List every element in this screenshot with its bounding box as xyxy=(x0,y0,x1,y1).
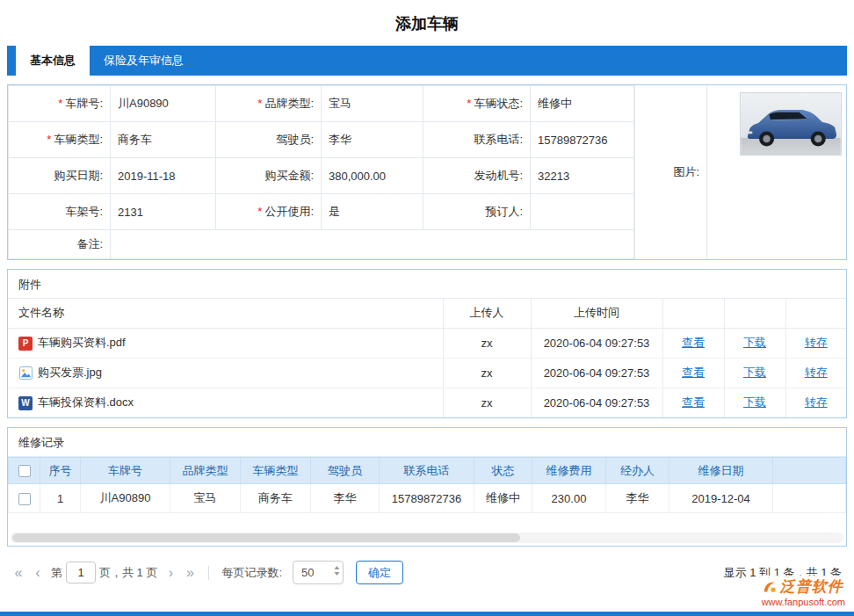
brand-cell: 宝马 xyxy=(170,484,241,513)
maintenance-row: 1 川A90890 宝马 商务车 李华 15789872736 维修中 230.… xyxy=(9,484,846,513)
remark-field[interactable] xyxy=(111,230,634,259)
add-vehicle-page: 添加车辆 基本信息 保险及年审信息 *车牌号: 川A90890 *品牌类型: 宝… xyxy=(0,0,854,584)
col-header-upload-time: 上传时间 xyxy=(531,299,662,328)
page-number-input[interactable] xyxy=(66,562,96,583)
uploader-cell: zx xyxy=(443,358,531,388)
tab-basic-info[interactable]: 基本信息 xyxy=(16,46,90,76)
col-header-status: 状态 xyxy=(474,458,532,484)
col-header-seq: 序号 xyxy=(40,458,81,484)
frame-number-field[interactable]: 2131 xyxy=(111,194,216,230)
col-header-action-1 xyxy=(662,299,724,328)
download-link[interactable]: 下载 xyxy=(743,336,766,349)
file-name: 购买发票.jpg xyxy=(38,366,102,379)
plate-number-label: *车牌号: xyxy=(9,86,111,122)
view-link[interactable]: 查看 xyxy=(682,336,705,349)
tab-bar: 基本信息 保险及年审信息 xyxy=(7,46,847,76)
engine-number-field[interactable]: 32213 xyxy=(531,158,634,194)
tab-insurance-annual-info[interactable]: 保险及年审信息 xyxy=(90,46,198,76)
brand-type-label-text: 品牌类型: xyxy=(264,97,314,110)
vehicle-type-label-text: 车辆类型: xyxy=(54,133,103,146)
transfer-link[interactable]: 转存 xyxy=(805,395,828,409)
remark-label-text: 备注: xyxy=(76,237,103,250)
watermark-url: www.fanpusoft.com xyxy=(762,597,845,607)
public-use-field[interactable]: 是 xyxy=(322,194,423,230)
view-link[interactable]: 查看 xyxy=(682,395,705,409)
purchase-date-label-text: 购买日期: xyxy=(54,169,103,182)
first-page-icon[interactable]: « xyxy=(9,565,28,581)
col-header-driver: 驾驶员 xyxy=(311,458,380,484)
prev-page-icon[interactable]: ‹ xyxy=(28,565,47,581)
col-header-vehicle-type: 车辆类型 xyxy=(241,458,311,484)
required-marker: * xyxy=(257,97,262,110)
stepper-up-icon[interactable]: ▲ xyxy=(333,564,342,570)
basic-info-section: *车牌号: 川A90890 *品牌类型: 宝马 *车辆状态: 维修中 *车辆类型… xyxy=(7,84,847,260)
driver-cell: 李华 xyxy=(311,484,380,513)
brand-type-field[interactable]: 宝马 xyxy=(322,86,423,122)
scrollbar-thumb[interactable] xyxy=(12,533,520,542)
word-file-icon: W xyxy=(18,396,33,410)
last-page-icon[interactable]: » xyxy=(180,565,199,581)
contact-phone-label-text: 联系电话: xyxy=(474,133,523,146)
attachments-table: 文件名称 上传人 上传时间 P车辆购买资料.pdf zx 2020-06-04 … xyxy=(8,299,846,417)
vehicle-type-cell: 商务车 xyxy=(241,484,311,513)
status-cell: 维修中 xyxy=(474,484,532,513)
vehicle-status-label-text: 车辆状态: xyxy=(474,97,523,110)
next-page-icon[interactable]: › xyxy=(161,565,180,581)
uploader-cell: zx xyxy=(443,388,531,417)
download-link[interactable]: 下载 xyxy=(743,395,766,409)
row-checkbox[interactable] xyxy=(18,493,31,505)
upload-time-cell: 2020-06-04 09:27:53 xyxy=(531,388,662,417)
phone-cell: 15789872736 xyxy=(380,484,474,513)
per-page-select[interactable]: 50 ▲ ▼ xyxy=(293,561,344,584)
col-header-plate: 车牌号 xyxy=(81,458,170,484)
purchase-amount-field[interactable]: 380,000.00 xyxy=(322,158,423,194)
seq-cell: 1 xyxy=(40,484,81,513)
filler-cell xyxy=(773,484,846,513)
plate-number-field[interactable]: 川A90890 xyxy=(111,86,216,122)
image-panel: 图片: xyxy=(634,85,846,259)
file-name-cell: 购买发票.jpg xyxy=(8,358,443,388)
file-name: 车辆投保资料.docx xyxy=(38,395,134,409)
col-header-brand: 品牌类型 xyxy=(170,458,241,484)
col-header-filler xyxy=(773,458,846,484)
public-use-label: *公开使用: xyxy=(216,194,322,230)
purchase-date-field[interactable]: 2019-11-18 xyxy=(111,158,216,194)
transfer-link[interactable]: 转存 xyxy=(805,366,828,379)
horizontal-scrollbar[interactable] xyxy=(11,533,843,543)
vehicle-photo[interactable] xyxy=(740,92,842,156)
contact-phone-label: 联系电话: xyxy=(423,122,531,158)
driver-field[interactable]: 李华 xyxy=(322,122,423,158)
confirm-button[interactable]: 确定 xyxy=(356,561,403,584)
handler-cell: 李华 xyxy=(606,484,669,513)
maintenance-section: 维修记录 序号 车牌号 品牌类型 车辆类型 驾驶员 联系电话 状态 维修费用 经… xyxy=(7,427,847,547)
transfer-link[interactable]: 转存 xyxy=(805,336,828,349)
vehicle-status-field[interactable]: 维修中 xyxy=(531,86,634,122)
file-name: 车辆购买资料.pdf xyxy=(38,336,126,349)
driver-label: 驾驶员: xyxy=(216,122,322,158)
maintenance-title: 维修记录 xyxy=(8,428,846,457)
required-marker: * xyxy=(257,205,262,218)
select-all-checkbox[interactable] xyxy=(18,465,31,477)
vehicle-type-field[interactable]: 商务车 xyxy=(111,122,216,158)
attachment-row: 购买发票.jpg zx 2020-06-04 09:27:53 查看 下载 转存 xyxy=(8,358,846,388)
required-marker: * xyxy=(467,97,471,110)
reserved-person-field[interactable] xyxy=(531,194,634,230)
col-header-handler: 经办人 xyxy=(606,458,669,484)
reserved-person-label-text: 预订人: xyxy=(485,205,523,218)
row-select-cell xyxy=(9,484,40,513)
purchase-amount-label: 购买金额: xyxy=(216,158,322,194)
upload-time-cell: 2020-06-04 09:27:53 xyxy=(531,328,662,358)
download-link[interactable]: 下载 xyxy=(743,366,766,379)
col-header-phone: 联系电话 xyxy=(380,458,474,484)
vehicle-type-label: *车辆类型: xyxy=(9,122,111,158)
driver-label-text: 驾驶员: xyxy=(276,133,314,146)
contact-phone-field[interactable]: 15789872736 xyxy=(531,122,634,158)
maintenance-table: 序号 车牌号 品牌类型 车辆类型 驾驶员 联系电话 状态 维修费用 经办人 维修… xyxy=(8,457,846,513)
image-content xyxy=(706,85,846,259)
vehicle-status-label: *车辆状态: xyxy=(423,86,531,122)
col-header-date: 维修日期 xyxy=(669,458,773,484)
attachment-row: W车辆投保资料.docx zx 2020-06-04 09:27:53 查看 下… xyxy=(8,388,846,417)
stepper-down-icon[interactable]: ▼ xyxy=(333,570,342,576)
view-link[interactable]: 查看 xyxy=(682,366,705,379)
select-all-cell xyxy=(9,458,40,484)
